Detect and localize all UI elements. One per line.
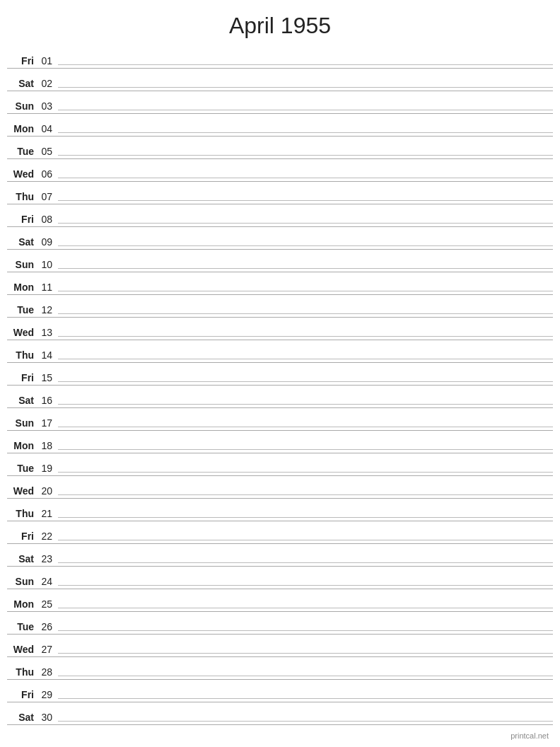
day-number: 17: [37, 417, 58, 429]
day-number: 08: [37, 214, 58, 225]
day-name: Fri: [7, 214, 37, 225]
day-line: [58, 494, 553, 495]
day-name: Mon: [7, 123, 37, 134]
day-row: Mon25: [7, 589, 553, 612]
day-row: Tue05: [7, 137, 553, 159]
day-name: Sat: [7, 395, 37, 406]
day-row: Sun10: [7, 250, 553, 272]
day-number: 03: [37, 100, 58, 112]
day-line: [58, 449, 553, 450]
day-name: Sun: [7, 100, 37, 112]
day-line: [58, 585, 553, 586]
day-line: [58, 381, 553, 382]
day-name: Wed: [7, 327, 37, 338]
day-name: Mon: [7, 282, 37, 293]
day-row: Sun17: [7, 408, 553, 431]
day-number: 28: [37, 666, 58, 678]
day-number: 20: [37, 485, 58, 497]
day-name: Sun: [7, 417, 37, 429]
day-row: Wed13: [7, 318, 553, 340]
day-name: Tue: [7, 621, 37, 632]
day-row: Wed06: [7, 159, 553, 182]
day-line: [58, 562, 553, 563]
day-name: Fri: [7, 531, 37, 542]
day-row: Wed27: [7, 635, 553, 657]
day-number: 04: [37, 123, 58, 134]
day-number: 18: [37, 440, 58, 451]
page-title: April 1955: [0, 0, 560, 46]
day-line: [58, 87, 553, 88]
day-line: [58, 404, 553, 405]
day-line: [58, 721, 553, 722]
day-row: Sat02: [7, 69, 553, 91]
day-number: 22: [37, 531, 58, 542]
day-row: Fri29: [7, 680, 553, 702]
day-line: [58, 359, 553, 359]
day-row: Thu21: [7, 499, 553, 521]
day-line: [58, 200, 553, 201]
day-row: Thu14: [7, 340, 553, 363]
day-number: 15: [37, 372, 58, 383]
day-line: [58, 676, 553, 676]
day-row: Mon04: [7, 114, 553, 137]
day-row: Sat30: [7, 702, 553, 725]
day-name: Mon: [7, 598, 37, 610]
day-line: [58, 653, 553, 654]
day-name: Thu: [7, 191, 37, 202]
day-row: Fri15: [7, 363, 553, 386]
day-number: 29: [37, 689, 58, 700]
day-line: [58, 698, 553, 699]
day-name: Sun: [7, 259, 37, 270]
day-row: Mon18: [7, 431, 553, 453]
day-line: [58, 540, 553, 540]
day-name: Tue: [7, 463, 37, 474]
day-name: Fri: [7, 55, 37, 66]
day-number: 12: [37, 304, 58, 315]
day-row: Thu07: [7, 182, 553, 204]
day-row: Mon11: [7, 272, 553, 295]
day-row: Fri01: [7, 46, 553, 69]
day-number: 10: [37, 259, 58, 270]
day-name: Wed: [7, 168, 37, 180]
footer-label: printcal.net: [511, 731, 549, 740]
day-row: Tue12: [7, 295, 553, 318]
day-line: [58, 64, 553, 65]
day-name: Sun: [7, 576, 37, 587]
day-row: Tue26: [7, 612, 553, 635]
day-number: 19: [37, 463, 58, 474]
day-name: Sat: [7, 236, 37, 248]
day-number: 13: [37, 327, 58, 338]
day-number: 21: [37, 508, 58, 519]
day-line: [58, 268, 553, 269]
day-name: Tue: [7, 146, 37, 157]
day-number: 30: [37, 712, 58, 723]
day-line: [58, 223, 553, 224]
day-number: 26: [37, 621, 58, 632]
day-number: 05: [37, 146, 58, 157]
day-number: 23: [37, 553, 58, 564]
day-line: [58, 313, 553, 314]
day-line: [58, 245, 553, 246]
day-line: [58, 630, 553, 631]
day-line: [58, 110, 553, 110]
day-name: Fri: [7, 372, 37, 383]
day-line: [58, 427, 553, 427]
day-row: Fri08: [7, 204, 553, 227]
day-number: 16: [37, 395, 58, 406]
day-number: 09: [37, 236, 58, 248]
day-row: Sun03: [7, 91, 553, 114]
day-line: [58, 472, 553, 473]
day-row: Sun24: [7, 567, 553, 589]
day-name: Thu: [7, 666, 37, 678]
day-name: Sat: [7, 553, 37, 564]
day-line: [58, 178, 553, 178]
day-row: Fri22: [7, 521, 553, 544]
day-row: Sat16: [7, 386, 553, 408]
day-number: 11: [37, 282, 58, 293]
day-number: 24: [37, 576, 58, 587]
day-line: [58, 155, 553, 156]
day-row: Thu28: [7, 657, 553, 680]
day-name: Thu: [7, 349, 37, 361]
day-name: Wed: [7, 485, 37, 497]
day-row: Tue19: [7, 453, 553, 476]
